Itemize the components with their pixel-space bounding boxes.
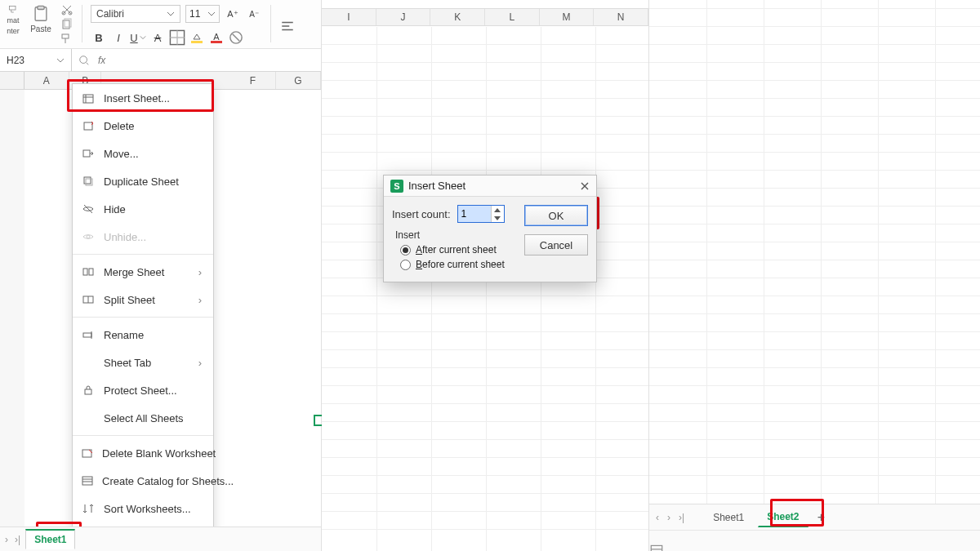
column-header[interactable]: L bbox=[485, 9, 540, 25]
column-header[interactable]: A bbox=[24, 72, 69, 89]
column-header[interactable]: M bbox=[540, 9, 595, 25]
sheet-tab-sheet1[interactable]: Sheet1 bbox=[25, 529, 75, 549]
column-header[interactable]: K bbox=[430, 9, 485, 25]
cancel-label: Cancel bbox=[540, 239, 572, 251]
menu-label: Unhide... bbox=[104, 231, 146, 243]
insert-position-label: Insert bbox=[395, 229, 516, 241]
paste-button[interactable]: Paste bbox=[24, 3, 57, 35]
font-color-button[interactable]: A bbox=[208, 29, 225, 46]
menu-label: Delete bbox=[104, 120, 135, 132]
dialog-titlebar[interactable]: S Insert Sheet bbox=[384, 176, 596, 197]
chevron-right-icon: › bbox=[198, 266, 202, 278]
insert-count-spinner[interactable] bbox=[457, 205, 505, 223]
menu-label: Select All Sheets bbox=[104, 412, 184, 424]
merge-icon bbox=[81, 264, 96, 279]
spin-down-icon[interactable] bbox=[492, 214, 504, 222]
menu-label: Split Sheet bbox=[104, 294, 155, 306]
ribbon-toolbar: mat nter Paste Calibri 11 A⁺ bbox=[0, 0, 321, 49]
chevron-down-icon bbox=[167, 10, 175, 18]
menu-delete-blank[interactable]: Delete Blank Worksheet bbox=[73, 439, 213, 467]
cancel-button[interactable]: Cancel bbox=[524, 234, 588, 256]
italic-button[interactable]: I bbox=[110, 29, 127, 46]
format-painter-label-2: nter bbox=[7, 27, 20, 36]
spin-up-icon[interactable] bbox=[492, 206, 504, 214]
chevron-down-icon bbox=[140, 34, 146, 41]
duplicate-icon bbox=[81, 174, 96, 189]
menu-label: Merge Sheet bbox=[104, 266, 164, 278]
radio-before-current[interactable]: Before current sheet bbox=[400, 259, 516, 270]
font-name-combo[interactable]: Calibri bbox=[91, 5, 180, 23]
radio-after-current[interactable]: After current sheet bbox=[400, 244, 516, 256]
split-icon bbox=[81, 292, 96, 307]
menu-label: Insert Sheet... bbox=[104, 92, 170, 104]
sheet-nav-next[interactable]: › bbox=[3, 534, 10, 545]
formula-bar: H23 fx bbox=[0, 49, 321, 72]
chevron-down-icon bbox=[207, 10, 216, 18]
menu-create-catalog[interactable]: Create Catalog for Sheets... bbox=[73, 467, 213, 495]
zoom-icon[interactable] bbox=[78, 55, 90, 66]
sheet-nav-last[interactable]: ›| bbox=[13, 534, 22, 545]
reading-layout-icon[interactable] bbox=[649, 543, 980, 551]
column-header[interactable]: J bbox=[376, 9, 431, 25]
sheet-nav-prev[interactable]: ‹ bbox=[654, 512, 661, 523]
font-name-value: Calibri bbox=[96, 8, 124, 20]
copy-icon[interactable] bbox=[60, 18, 74, 31]
increase-font-icon[interactable]: A⁺ bbox=[225, 6, 241, 22]
column-header[interactable]: G bbox=[276, 72, 321, 89]
format-painter-label-1: mat bbox=[7, 16, 20, 25]
column-header[interactable]: N bbox=[594, 9, 648, 25]
align-left-icon[interactable] bbox=[279, 18, 296, 34]
cut-icon[interactable] bbox=[60, 3, 74, 16]
menu-sort-worksheets[interactable]: Sort Worksheets... bbox=[73, 495, 213, 522]
insert-count-input[interactable] bbox=[458, 206, 491, 222]
bold-button[interactable]: B bbox=[91, 29, 107, 46]
menu-merge-sheet[interactable]: Merge Sheet › bbox=[73, 258, 213, 286]
font-size-combo[interactable]: 11 bbox=[185, 5, 220, 23]
menu-delete[interactable]: Delete bbox=[73, 112, 213, 140]
sheet-tab-sheet1[interactable]: Sheet1 bbox=[704, 508, 753, 527]
close-icon[interactable] bbox=[580, 181, 590, 191]
sheet-tab-sheet2[interactable]: Sheet2 bbox=[758, 507, 808, 527]
borders-button[interactable] bbox=[169, 29, 185, 46]
sheet-nav-last[interactable]: ›| bbox=[677, 512, 686, 523]
svg-rect-13 bbox=[83, 150, 90, 157]
underline-button[interactable]: U bbox=[130, 29, 146, 46]
chevron-right-icon: › bbox=[198, 357, 202, 369]
column-header[interactable]: F bbox=[230, 72, 275, 89]
menu-insert-sheet[interactable]: Insert Sheet... bbox=[73, 84, 213, 112]
menu-protect-sheet[interactable]: Protect Sheet... bbox=[73, 376, 213, 404]
sheet-tab-strip: ‹ › ›| Sheet1 Sheet2 + bbox=[649, 504, 980, 530]
ok-button[interactable]: OK bbox=[524, 205, 588, 226]
column-header-row: I J K L M N bbox=[322, 8, 648, 26]
menu-duplicate[interactable]: Duplicate Sheet bbox=[73, 167, 213, 195]
catalog-icon bbox=[81, 473, 94, 488]
sheet-nav-next[interactable]: › bbox=[666, 512, 672, 523]
select-all-corner[interactable] bbox=[0, 72, 24, 89]
font-group: Calibri 11 A⁺ A⁻ B I U A A bbox=[91, 3, 262, 46]
fill-color-button[interactable] bbox=[189, 29, 205, 46]
column-header[interactable]: I bbox=[322, 9, 376, 25]
menu-select-all-sheets[interactable]: Select All Sheets bbox=[73, 404, 213, 432]
menu-hide[interactable]: Hide bbox=[73, 195, 213, 223]
clear-formatting-icon[interactable] bbox=[228, 29, 244, 46]
menu-separator bbox=[73, 435, 213, 436]
insert-sheet-icon bbox=[81, 91, 96, 105]
fx-icon[interactable]: fx bbox=[98, 55, 105, 66]
name-box[interactable]: H23 bbox=[0, 49, 72, 71]
menu-move[interactable]: Move... bbox=[73, 140, 213, 167]
strikethrough-button[interactable]: A bbox=[149, 29, 166, 46]
new-sheet-button[interactable]: + bbox=[813, 509, 830, 526]
svg-rect-11 bbox=[83, 95, 93, 103]
format-painter-icon[interactable] bbox=[60, 33, 74, 46]
menu-split-sheet[interactable]: Split Sheet › bbox=[73, 286, 213, 313]
decrease-font-icon[interactable]: A⁻ bbox=[246, 6, 262, 22]
chevron-right-icon: › bbox=[198, 294, 202, 306]
sheet-tab-label: Sheet1 bbox=[713, 512, 744, 523]
menu-rename[interactable]: Rename bbox=[73, 321, 213, 349]
format-painter-button[interactable]: mat nter bbox=[5, 3, 21, 38]
dialog-title: Insert Sheet bbox=[408, 180, 466, 192]
menu-sheet-tab[interactable]: Sheet Tab › bbox=[73, 349, 213, 376]
svg-rect-21 bbox=[85, 389, 91, 394]
cell-cursor bbox=[314, 415, 322, 426]
move-sheet-icon bbox=[81, 146, 96, 161]
